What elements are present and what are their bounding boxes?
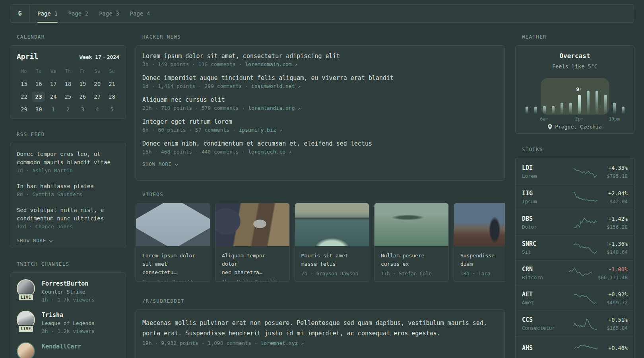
subreddit-post-meta: 19h · 9,932 points · 1,090 comments · lo… [142, 340, 498, 346]
hn-item-title[interactable]: Donec imperdiet augue tincidunt felis al… [142, 74, 498, 82]
video-thumbnail[interactable] [295, 203, 369, 246]
weather-location-row: Prague, Czechia [522, 124, 628, 130]
calendar-day: 21 [105, 79, 119, 89]
video-card[interactable]: Lorem ipsum dolor sit amet consectetu… 1… [136, 203, 210, 282]
avatar [17, 342, 35, 358]
video-title[interactable]: Nullam posuere cursus ex [381, 251, 442, 268]
app-logo[interactable]: G [10, 5, 30, 22]
weather-bar [587, 91, 590, 114]
stock-row[interactable]: CCSConsectetur +0.51%$165.84 [516, 311, 634, 336]
stock-name: Bitcorn [522, 274, 563, 280]
calendar-grid: 1516171819202122232425262728293012345 [17, 79, 119, 115]
tab-page-2[interactable]: Page 2 [68, 5, 89, 22]
subreddit-widget: Maecenas mollis pulvinar erat non posuer… [136, 309, 505, 358]
hn-item-meta: 1d · 1,414 points · 299 comments · ipsum… [142, 83, 498, 89]
daylight-highlight [541, 78, 609, 115]
separator-dot: · [103, 54, 106, 60]
day-of-week-label: Fr [75, 68, 90, 74]
subreddit-domain-link[interactable]: loremnet.xyz [260, 340, 298, 346]
tab-page-4[interactable]: Page 4 [130, 5, 150, 22]
twitch-channel-name[interactable]: ForrestBurton [42, 279, 95, 288]
middle-column: HACKER NEWS Lorem ipsum dolor sit amet, … [136, 31, 505, 358]
calendar-day: 26 [75, 91, 90, 102]
video-card[interactable]: Aliquam tempor dolor nec pharetra… 1h · … [215, 203, 290, 282]
video-thumbnail[interactable] [136, 203, 210, 246]
day-of-week-label: Su [105, 68, 119, 74]
external-link-icon: ↗ [301, 340, 304, 346]
stocks-section-title: STOCKS [522, 146, 634, 152]
stock-row[interactable]: SNRCSit +1.36%$148.64 [516, 235, 634, 261]
hn-show-more-label: SHOW MORE [142, 161, 172, 167]
videos-carousel: Lorem ipsum dolor sit amet consectetu… 1… [136, 203, 505, 282]
hn-item: Integer eget rutrum lorem 6h · 60 points… [142, 117, 498, 133]
stock-row[interactable]: AETAmet +0.92%$499.72 [516, 286, 634, 311]
weather-bar [534, 107, 537, 114]
rss-item: Sed volutpat nulla nisl, a condimentum n… [17, 206, 119, 230]
tab-page-1[interactable]: Page 1 [37, 5, 58, 22]
stock-row[interactable]: IIGIpsum +2.84%$42.04 [516, 185, 634, 210]
calendar-day: 5 [105, 104, 119, 115]
external-link-icon: ↗ [279, 127, 282, 133]
video-thumbnail[interactable] [215, 203, 289, 246]
rss-item-title[interactable]: Sed volutpat nulla nisl, a condimentum n… [17, 206, 119, 223]
calendar-day: 24 [46, 91, 61, 102]
video-card[interactable]: Mauris sit amet massa felis 7h · Grayson… [295, 203, 369, 282]
twitch-channel-row[interactable]: KendallCarr [17, 342, 119, 358]
calendar-day: 27 [90, 91, 105, 102]
calendar-day: 29 [17, 104, 31, 115]
left-column: CALENDAR April Week 17·2024 MoTuWeThFrSa… [10, 31, 126, 358]
hackernews-widget: Lorem ipsum dolor sit amet, consectetur … [136, 45, 505, 181]
video-thumbnail[interactable] [374, 203, 448, 246]
hn-item-domain-link[interactable]: loremdomain.com [245, 61, 291, 67]
day-of-week-label: Th [61, 68, 76, 74]
twitch-channel-row[interactable]: LIVE Trisha League of Legends 3h · 1.2k … [17, 311, 119, 335]
video-title[interactable]: Aliquam tempor dolor nec pharetra… [222, 251, 283, 276]
hn-item-title[interactable]: Donec enim nibh, condimentum et accumsan… [142, 139, 498, 148]
stock-symbol: AET [522, 291, 563, 298]
stock-row[interactable]: CRNBitcorn -1.00%$66,171.48 [516, 260, 634, 286]
twitch-channel-row[interactable]: LIVE ForrestBurton Counter-Strike 1h · 1… [17, 279, 119, 304]
hn-item-stats: 3h · 148 points · 116 comments · [142, 61, 242, 67]
hn-show-more-button[interactable]: SHOW MORE [142, 161, 498, 167]
rss-show-more-button[interactable]: SHOW MORE [17, 238, 119, 243]
video-card[interactable]: Suspendisse diam 18h · Tara [454, 203, 505, 282]
video-card[interactable]: Nullam posuere cursus ex 17h · Stefan Co… [374, 203, 449, 282]
stock-row[interactable]: DBSDolor +1.42%$156.28 [516, 210, 634, 235]
stock-row[interactable]: LDILorem +4.35%$795.18 [516, 159, 634, 185]
subreddit-post-title[interactable]: Maecenas mollis pulvinar erat non posuer… [142, 318, 498, 339]
hn-item-title[interactable]: Lorem ipsum dolor sit amet, consectetur … [142, 52, 498, 60]
hn-item-domain-link[interactable]: loremlandia.org [248, 105, 295, 111]
calendar-widget: April Week 17·2024 MoTuWeThFrSaSu 151617… [10, 45, 126, 119]
hn-item-title[interactable]: Integer eget rutrum lorem [142, 117, 498, 126]
calendar-day: 30 [31, 104, 46, 115]
rss-item-title[interactable]: In hac habitasse platea [17, 182, 119, 191]
video-title[interactable]: Mauris sit amet massa felis [301, 251, 363, 268]
hn-item-domain-link[interactable]: loremtech.co [248, 149, 285, 155]
rss-widget: Donec tempor eros leo, ut commodo mauris… [10, 143, 126, 248]
hn-item-title[interactable]: Aliquam nec cursus elit [142, 95, 498, 104]
stock-price: $499.72 [607, 300, 628, 305]
calendar-day: 20 [90, 79, 105, 89]
video-title[interactable]: Suspendisse diam [460, 251, 505, 268]
rss-item-meta: 8d · Cynthia Saunders [17, 191, 119, 197]
stock-change: +2.84% [608, 190, 628, 197]
twitch-channel-name[interactable]: KendallCarr [42, 342, 81, 351]
weather-bar [622, 107, 625, 114]
weather-condition: Overcast [522, 52, 628, 60]
rss-item-title[interactable]: Donec tempor eros leo, ut commodo mauris… [17, 150, 119, 167]
video-title[interactable]: Lorem ipsum dolor sit amet consectetu… [142, 251, 204, 276]
stock-price: $148.64 [607, 249, 628, 255]
hn-item-domain-link[interactable]: ipsumify.biz [239, 127, 276, 133]
weather-bar-chart: 9° 6am2pm10pm [526, 78, 625, 114]
twitch-channel-name[interactable]: Trisha [42, 311, 95, 319]
stock-sparkline [571, 292, 599, 305]
stock-symbol: CRN [522, 266, 563, 273]
hn-item-domain-link[interactable]: ipsumworld.net [251, 83, 295, 89]
stock-change: +0.46% [608, 344, 628, 352]
twitch-channel-game: Counter-Strike [42, 288, 95, 296]
video-thumbnail[interactable] [454, 203, 505, 246]
stock-sparkline [572, 342, 600, 356]
tab-page-3[interactable]: Page 3 [99, 5, 119, 22]
weather-hour-label: 10pm [609, 116, 620, 122]
stock-row[interactable]: AHS +0.46% [516, 336, 634, 358]
